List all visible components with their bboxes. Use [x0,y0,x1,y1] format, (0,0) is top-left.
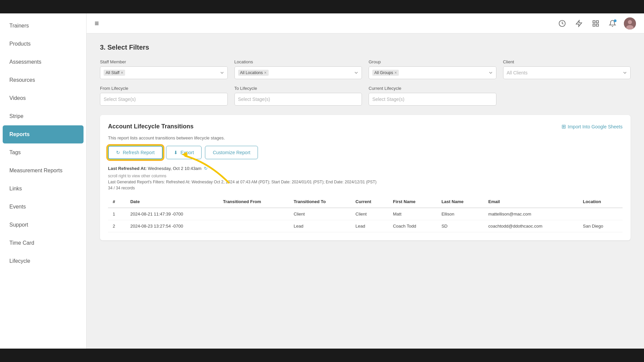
import-google-sheets-link[interactable]: ⊞ Import Into Google Sheets [561,123,623,130]
table-row: 12024-08-21 11:47:39 -0700ClientClientMa… [108,208,623,220]
chevron-down-icon [354,71,358,75]
client-filter: Client All Clients [503,59,631,79]
col-header-email: Email [484,196,578,208]
current-lifecycle-filter: Current Lifecycle Select Stage(s) [369,86,496,106]
bell-icon[interactable] [607,18,618,29]
download-icon: ⬇ [174,150,178,155]
svg-point-7 [628,20,632,24]
last-refreshed: Last Refreshed At: Wednesday, Oct 2 10:4… [108,166,623,171]
sidebar-item-resources[interactable]: Resources [0,71,86,89]
client-label: Client [503,59,631,64]
from-lifecycle-input[interactable]: Select Stage(s) [100,93,228,106]
chevron-down-icon [623,71,627,75]
group-filter: Group All Groups × [369,59,496,79]
export-button[interactable]: ⬇ Export [166,146,202,159]
lightning-icon[interactable] [574,18,584,29]
refresh-small-icon[interactable]: ↻ [204,166,208,171]
locations-filter: Locations All Locations × [234,59,362,79]
sidebar-item-measurement-reports[interactable]: Measurement Reports [0,162,86,180]
client-select[interactable]: All Clients [503,66,631,79]
buttons-row: ↻ Refresh Report ⬇ Export Customize Repo… [108,146,623,159]
col-header-num: # [108,196,125,208]
sidebar-item-videos[interactable]: Videos [0,89,86,107]
refresh-report-button[interactable]: ↻ Refresh Report [108,146,163,159]
current-lifecycle-label: Current Lifecycle [369,86,496,91]
from-lifecycle-filter: From Lifecycle Select Stage(s) [100,86,228,106]
col-header-transitioned-to: Transitioned To [289,196,351,208]
staff-member-select[interactable]: All Staff × [100,66,228,79]
sidebar-item-links[interactable]: Links [0,180,86,198]
report-description: This report lists account transitions be… [108,135,623,140]
bottom-bar [0,349,644,362]
sidebar-item-reports[interactable]: Reports [3,125,84,143]
filter-info: Last Generated Report's Filters: Refresh… [108,180,623,184]
sidebar: Trainers Products Assessments Resources … [0,13,87,349]
report-table: # Date Transitioned From Transitioned To… [108,196,623,232]
col-header-transitioned-from: Transitioned From [218,196,289,208]
group-label: Group [369,59,496,64]
sidebar-item-tags[interactable]: Tags [0,143,86,162]
sidebar-item-trainers[interactable]: Trainers [0,17,86,35]
svg-marker-1 [576,20,582,26]
report-title: Account Lifecycle Transitions [108,123,194,130]
col-header-current: Current [351,196,388,208]
col-header-first-name: First Name [388,196,437,208]
chevron-down-icon [220,71,224,75]
top-nav: ≡ [87,13,644,34]
locations-label: Locations [234,59,362,64]
content-area: ≡ 3. Select [87,13,644,349]
sidebar-item-stripe[interactable]: Stripe [0,107,86,125]
col-header-location: Location [578,196,623,208]
clock-icon[interactable] [557,18,568,29]
content-scroll: 3. Select Filters Staff Member All Staff… [87,34,644,349]
report-header: Account Lifecycle Transitions ⊞ Import I… [108,123,623,130]
from-lifecycle-label: From Lifecycle [100,86,228,91]
sidebar-item-support[interactable]: Support [0,216,86,234]
group-select[interactable]: All Groups × [369,66,496,79]
filters-grid: Staff Member All Staff × Locations All L… [100,59,631,79]
table-row: 22024-08-23 13:27:54 -0700LeadLeadCoach … [108,220,623,232]
svg-rect-2 [593,20,595,22]
customize-report-button[interactable]: Customize Report [205,146,258,159]
svg-rect-5 [596,24,598,26]
filters-row2: From Lifecycle Select Stage(s) To Lifecy… [100,86,631,106]
sidebar-item-time-card[interactable]: Time Card [0,234,86,252]
refresh-icon: ↻ [116,150,120,155]
avatar[interactable] [624,17,636,29]
scroll-note: scroll right to view other columns [108,174,623,178]
records-count: 34 / 34 records [108,186,623,190]
hamburger-icon[interactable]: ≡ [95,19,99,28]
google-sheets-icon: ⊞ [561,123,566,130]
to-lifecycle-filter: To Lifecycle Select Stage(s) [234,86,362,106]
to-lifecycle-label: To Lifecycle [234,86,362,91]
sidebar-item-events[interactable]: Events [0,198,86,216]
staff-member-filter: Staff Member All Staff × [100,59,228,79]
chevron-down-icon [489,71,493,75]
col-header-last-name: Last Name [437,196,484,208]
top-bar [0,0,644,13]
svg-rect-3 [596,20,598,22]
col-header-date: Date [125,196,218,208]
sidebar-item-products[interactable]: Products [0,35,86,53]
current-lifecycle-input[interactable]: Select Stage(s) [369,93,496,106]
sidebar-item-lifecycle[interactable]: Lifecycle [0,252,86,270]
svg-rect-4 [593,24,595,26]
select-filters-title: 3. Select Filters [100,44,631,51]
report-section: Account Lifecycle Transitions ⊞ Import I… [100,115,631,240]
locations-select[interactable]: All Locations × [234,66,362,79]
sidebar-item-assessments[interactable]: Assessments [0,53,86,71]
grid-icon[interactable] [590,18,601,29]
staff-member-label: Staff Member [100,59,228,64]
top-nav-icons [557,17,636,29]
to-lifecycle-input[interactable]: Select Stage(s) [234,93,362,106]
